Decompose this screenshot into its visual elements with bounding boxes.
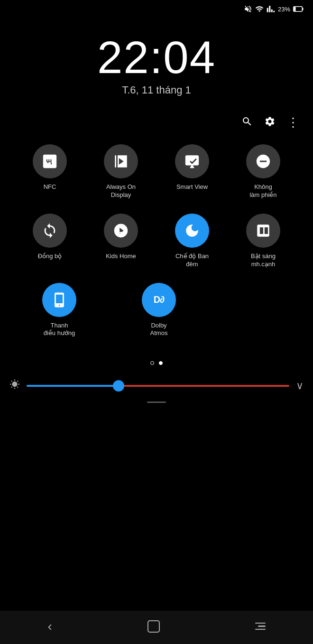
qs-label-kids: Kids Home bbox=[106, 252, 136, 261]
signal-icon bbox=[267, 5, 275, 13]
qs-label-aod: Always OnDisplay bbox=[106, 183, 136, 199]
battery-text: 23% bbox=[278, 6, 290, 13]
qs-label-sidebar: Bật sángmh.cạnh bbox=[251, 252, 276, 269]
qs-item-dnd[interactable]: Khônglàm phiền bbox=[232, 144, 294, 199]
pagination bbox=[0, 361, 313, 365]
brightness-bar: ∨ bbox=[0, 374, 313, 397]
dot-1[interactable] bbox=[150, 361, 154, 365]
status-bar: 23% bbox=[0, 0, 313, 16]
svg-rect-1 bbox=[303, 8, 304, 10]
mute-icon bbox=[244, 5, 252, 13]
qs-item-night[interactable]: Chế độ Banđêm bbox=[161, 214, 223, 269]
qs-item-dolby[interactable]: D∂ DolbyAtmos bbox=[128, 283, 190, 338]
handle-line bbox=[147, 401, 166, 403]
clock-section: 22:04 T.6, 11 tháng 1 bbox=[0, 16, 313, 106]
qs-row-2: Đồng bộ Kids Home Chế độ Banđêm bbox=[14, 214, 299, 269]
qs-label-smartview: Smart View bbox=[176, 183, 208, 191]
nav-bar: ‹ bbox=[0, 611, 313, 644]
home-button[interactable] bbox=[147, 620, 160, 633]
qs-item-aod[interactable]: Always OnDisplay bbox=[90, 144, 152, 199]
qs-label-dolby: DolbyAtmos bbox=[150, 322, 168, 338]
qs-row-3: Thanhđiều hướng D∂ DolbyAtmos bbox=[14, 283, 299, 338]
qs-circle-nfc bbox=[33, 144, 67, 178]
qs-circle-kids bbox=[104, 214, 138, 248]
quick-settings: NFC Always OnDisplay Smart View bbox=[0, 135, 313, 356]
qs-circle-sidebar bbox=[246, 214, 280, 248]
slider-thumb[interactable] bbox=[113, 380, 124, 392]
clock-date: T.6, 11 tháng 1 bbox=[0, 84, 313, 96]
search-icon[interactable] bbox=[241, 116, 253, 130]
brightness-expand-icon[interactable]: ∨ bbox=[296, 380, 304, 392]
qs-label-dnd: Khônglàm phiền bbox=[249, 183, 276, 199]
wifi-icon bbox=[255, 5, 264, 13]
qs-circle-dnd bbox=[246, 144, 280, 178]
qs-row-1: NFC Always OnDisplay Smart View bbox=[14, 144, 299, 199]
more-options-icon[interactable]: ⋮ bbox=[287, 115, 299, 130]
dot-2[interactable] bbox=[159, 361, 163, 365]
qs-item-sync[interactable]: Đồng bộ bbox=[19, 214, 81, 269]
status-icons: 23% bbox=[244, 5, 304, 13]
settings-icon[interactable] bbox=[264, 116, 276, 130]
qs-circle-sync bbox=[33, 214, 67, 248]
qs-item-nfc[interactable]: NFC bbox=[19, 144, 81, 199]
battery-icon bbox=[293, 6, 304, 12]
svg-rect-2 bbox=[294, 7, 296, 11]
brightness-min-icon bbox=[9, 379, 20, 392]
qs-circle-dolby: D∂ bbox=[142, 283, 176, 317]
back-button[interactable]: ‹ bbox=[47, 619, 52, 634]
qs-item-navbar[interactable]: Thanhđiều hướng bbox=[28, 283, 90, 338]
qs-circle-smartview bbox=[175, 144, 209, 178]
qs-item-smartview[interactable]: Smart View bbox=[161, 144, 223, 199]
qs-label-sync: Đồng bộ bbox=[38, 252, 62, 261]
toolbar: ⋮ bbox=[0, 106, 313, 135]
handle-bar bbox=[0, 401, 313, 403]
qs-item-kids[interactable]: Kids Home bbox=[90, 214, 152, 269]
qs-label-night: Chế độ Banđêm bbox=[175, 252, 209, 269]
qs-label-navbar: Thanhđiều hướng bbox=[44, 322, 75, 338]
qs-circle-night bbox=[175, 214, 209, 248]
qs-circle-navbar bbox=[42, 283, 76, 317]
qs-item-sidebar[interactable]: Bật sángmh.cạnh bbox=[232, 214, 294, 269]
clock-time: 22:04 bbox=[0, 35, 313, 80]
brightness-slider[interactable] bbox=[27, 385, 289, 387]
qs-circle-aod bbox=[104, 144, 138, 178]
recents-button[interactable] bbox=[255, 623, 266, 630]
qs-label-nfc: NFC bbox=[44, 183, 56, 191]
